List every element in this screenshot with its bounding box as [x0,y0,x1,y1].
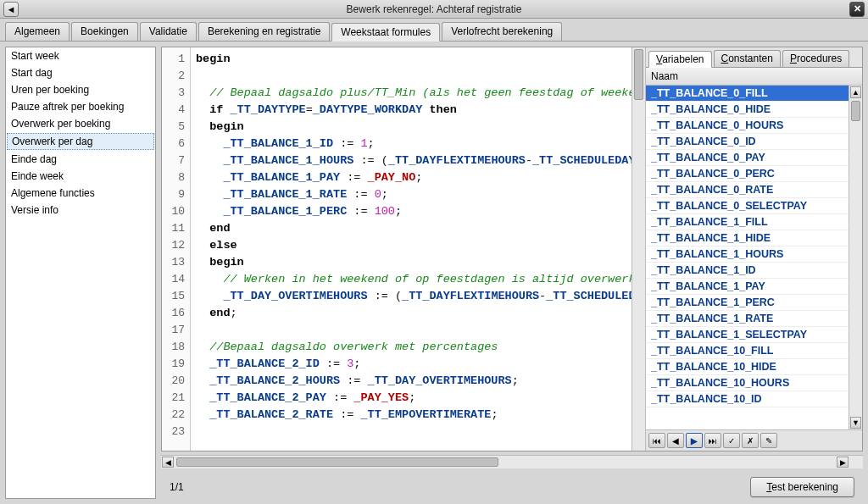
scroll-up-icon[interactable]: ▲ [850,86,861,98]
nav-confirm[interactable]: ✓ [723,433,740,448]
variable-item[interactable]: _TT_BALANCE_10_HIDE [646,359,849,375]
page-indicator: 1/1 [170,481,184,493]
code-vscrollbar[interactable] [632,47,645,451]
main-tabs: AlgemeenBoekingenValidatieBerekening en … [0,19,868,42]
code-editor[interactable]: begin // Bepaal dagsaldo plus/TT_Min (al… [191,47,632,451]
sidebar-item-overwerk-per-boeking[interactable]: Overwerk per boeking [6,115,155,132]
variable-vscrollbar[interactable]: ▲ ▼ [849,86,862,429]
test-calculation-button[interactable]: Test berekening [750,477,854,497]
variable-item[interactable]: _TT_BALANCE_0_SELECTPAY [646,198,849,214]
scroll-down-icon[interactable]: ▼ [850,417,861,429]
variable-items[interactable]: _TT_BALANCE_0_FILL_TT_BALANCE_0_HIDE_TT_… [646,86,849,429]
line-gutter: 1234567891011121314151617181920212223 [162,47,191,451]
variable-item[interactable]: _TT_BALANCE_1_PAY [646,279,849,295]
variable-item[interactable]: _TT_BALANCE_0_RATE [646,182,849,198]
sidebar-item-pauze-aftrek-per-boeking[interactable]: Pauze aftrek per boeking [6,98,155,115]
right-tab-variabelen[interactable]: Variabelen [648,51,712,68]
variable-item[interactable]: _TT_BALANCE_1_PERC [646,295,849,311]
nav-first[interactable]: ⏮ [648,433,665,448]
right-tabs: VariabelenConstantenProcedures [646,47,862,68]
variable-item[interactable]: _TT_BALANCE_10_FILL [646,343,849,359]
scroll-left-icon[interactable]: ◀ [162,457,174,468]
sidebar-item-einde-week[interactable]: Einde week [6,168,155,185]
sidebar-item-einde-dag[interactable]: Einde dag [6,151,155,168]
sidebar[interactable]: Start weekStart dagUren per boekingPauze… [5,47,156,499]
sidebar-item-overwerk-per-dag[interactable]: Overwerk per dag [7,133,154,150]
record-navigator: ⏮◀▶⏭✓✗✎ [646,429,862,451]
variable-item[interactable]: _TT_BALANCE_0_HOURS [646,118,849,134]
variable-list: _TT_BALANCE_0_FILL_TT_BALANCE_0_HIDE_TT_… [646,86,862,429]
nav-prev[interactable]: ◀ [667,433,684,448]
sidebar-item-start-dag[interactable]: Start dag [6,64,155,81]
hscroll-thumb[interactable] [176,457,498,467]
variable-scroll-thumb[interactable] [851,101,860,121]
sidebar-item-algemene-functies[interactable]: Algemene functies [6,185,155,202]
code-area: 1234567891011121314151617181920212223 be… [162,47,645,451]
scroll-right-icon[interactable]: ▶ [837,457,849,468]
nav-next[interactable]: ▶ [686,433,703,448]
sidebar-item-start-week[interactable]: Start week [6,47,155,64]
vscroll-thumb[interactable] [634,49,643,100]
window-title: Bewerk rekenregel: Achteraf registratie [19,3,849,15]
tab-weekstaat-formules[interactable]: Weekstaat formules [331,23,440,42]
variable-list-header: Naam [646,68,862,86]
nav-cancel[interactable]: ✗ [742,433,759,448]
variable-item[interactable]: _TT_BALANCE_0_FILL [646,86,849,102]
titlebar: ◄ Bewerk rekenregel: Achteraf registrati… [0,0,868,19]
tab-algemeen[interactable]: Algemeen [5,22,70,41]
app-window: ◄ Bewerk rekenregel: Achteraf registrati… [0,0,868,504]
right-tab-constanten[interactable]: Constanten [714,50,781,67]
variable-item[interactable]: _TT_BALANCE_1_SELECTPAY [646,327,849,343]
main-panel: 1234567891011121314151617181920212223 be… [161,47,863,499]
close-icon[interactable]: ✕ [849,2,865,17]
nav-edit[interactable]: ✎ [760,433,777,448]
variable-item[interactable]: _TT_BALANCE_1_HIDE [646,230,849,246]
sidebar-item-versie-info[interactable]: Versie info [6,202,155,219]
right-tab-procedures[interactable]: Procedures [782,50,849,67]
variable-item[interactable]: _TT_BALANCE_0_ID [646,134,849,150]
variable-item[interactable]: _TT_BALANCE_1_FILL [646,214,849,230]
variable-item[interactable]: _TT_BALANCE_0_PERC [646,166,849,182]
tab-validatie[interactable]: Validatie [140,22,197,41]
variable-item[interactable]: _TT_BALANCE_0_PAY [646,150,849,166]
variable-item[interactable]: _TT_BALANCE_10_HOURS [646,375,849,391]
tab-boekingen[interactable]: Boekingen [71,22,138,41]
editor-panel: 1234567891011121314151617181920212223 be… [161,47,863,451]
tab-berekening-en-registratie[interactable]: Berekening en registratie [198,22,330,41]
code-hscrollbar[interactable]: ◀ ▶ [161,455,863,468]
body: Start weekStart dagUren per boekingPauze… [0,42,868,504]
right-panel: VariabelenConstantenProcedures Naam _TT_… [645,47,862,451]
nav-last[interactable]: ⏭ [704,433,721,448]
tab-verlofrecht-berekening[interactable]: Verlofrecht berekening [442,22,562,41]
variable-item[interactable]: _TT_BALANCE_1_RATE [646,311,849,327]
variable-item[interactable]: _TT_BALANCE_10_ID [646,391,849,407]
back-icon[interactable]: ◄ [3,2,19,17]
variable-item[interactable]: _TT_BALANCE_0_HIDE [646,102,849,118]
variable-item[interactable]: _TT_BALANCE_1_HOURS [646,246,849,263]
variable-item[interactable]: _TT_BALANCE_1_ID [646,263,849,279]
sidebar-item-uren-per-boeking[interactable]: Uren per boeking [6,81,155,98]
status-row: 1/1 Test berekening [161,472,863,499]
